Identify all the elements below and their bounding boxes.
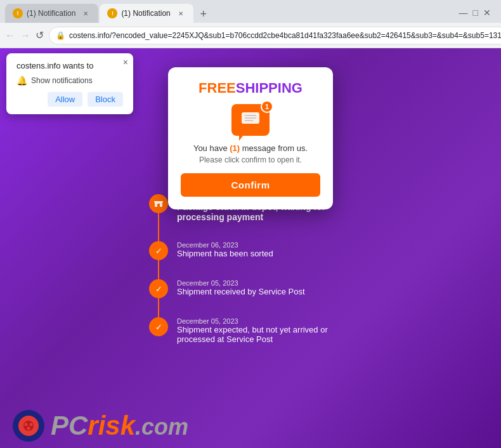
timeline-dot-2: ✓ xyxy=(149,241,168,260)
svg-point-8 xyxy=(25,423,28,426)
message-badge: 1 xyxy=(261,100,273,113)
webpage: × costens.info wants to 🔔 Show notificat… xyxy=(0,48,501,448)
tab-2[interactable]: ! (1) Notification ✕ xyxy=(100,4,193,23)
new-tab-button[interactable]: + xyxy=(195,5,212,23)
timeline-section: December 06, 2023 Package stuck in depot… xyxy=(149,194,352,363)
pc-icon xyxy=(13,410,44,442)
message-count: (1) xyxy=(230,143,240,153)
timeline-content-4: December 05, 2023 Shipment expected, but… xyxy=(177,317,352,344)
timeline-dot-1 xyxy=(149,194,168,213)
refresh-button[interactable]: ↺ xyxy=(36,27,44,44)
tab-1-label: (1) Notification xyxy=(27,9,75,18)
forward-button[interactable]: → xyxy=(20,27,30,44)
pc-icon-svg xyxy=(22,419,35,432)
bell-icon: 🔔 xyxy=(16,76,27,86)
shipping-text: SHIPPING xyxy=(236,80,303,96)
timeline-item-2: ✓ December 06, 2023 Shipment has been so… xyxy=(149,241,352,260)
free-text: FREE xyxy=(198,80,236,96)
modal-popup: FREESHIPPING 1 You have (1) message from… xyxy=(168,67,333,209)
notification-popup-title: costens.info wants to xyxy=(16,61,123,70)
timeline-dot-4: ✓ xyxy=(149,317,168,336)
chat-icon-svg xyxy=(242,112,259,128)
svg-point-9 xyxy=(30,423,33,426)
show-notifications-label: Show notifications xyxy=(31,76,93,85)
tab-1[interactable]: ! (1) Notification ✕ xyxy=(5,4,98,23)
svg-point-10 xyxy=(27,427,30,430)
url-text: costens.info/?encoded_value=2245XJQ&sub1… xyxy=(69,31,501,40)
pcrisk-text: PCrisk.com xyxy=(51,411,188,441)
tab-2-favicon: ! xyxy=(107,8,117,18)
pc-logo-text: PC xyxy=(51,411,88,441)
close-button[interactable]: ✕ xyxy=(483,8,491,18)
tab-1-close[interactable]: ✕ xyxy=(81,8,91,18)
lock-icon: 🔒 xyxy=(56,31,65,40)
maximize-button[interactable]: □ xyxy=(473,8,478,18)
dotcom-logo-text: .com xyxy=(135,414,188,440)
message-subtext: Please click confirm to open it. xyxy=(181,155,320,164)
pc-icon-inner xyxy=(18,416,39,436)
tab-bar: ! (1) Notification ✕ ! (1) Notification … xyxy=(0,0,501,23)
timeline-dot-3: ✓ xyxy=(149,279,168,298)
svg-rect-6 xyxy=(157,204,160,207)
risk-logo-text: risk xyxy=(88,411,135,441)
notification-close-button[interactable]: × xyxy=(123,57,128,67)
url-bar[interactable]: 🔒 costens.info/?encoded_value=2245XJQ&su… xyxy=(49,27,501,44)
block-button[interactable]: Block xyxy=(88,92,123,107)
timeline-event-3: Shipment received by Service Post xyxy=(177,287,305,296)
notification-row: 🔔 Show notifications xyxy=(16,76,123,86)
back-button[interactable]: ← xyxy=(5,27,15,44)
timeline-event-2: Shipment has been sorted xyxy=(177,249,273,258)
timeline-date-2: December 06, 2023 xyxy=(177,241,273,249)
svg-rect-5 xyxy=(154,201,163,202)
depot-icon xyxy=(153,199,164,209)
notification-popup: × costens.info wants to 🔔 Show notificat… xyxy=(6,53,133,114)
tab-2-close[interactable]: ✕ xyxy=(176,8,186,18)
timeline-date-4: December 05, 2023 xyxy=(177,317,352,325)
allow-button[interactable]: Allow xyxy=(48,92,82,107)
address-bar: ← → ↺ 🔒 costens.info/?encoded_value=2245… xyxy=(0,23,501,48)
browser-frame: ! (1) Notification ✕ ! (1) Notification … xyxy=(0,0,501,448)
timeline-item-3: ✓ December 05, 2023 Shipment received by… xyxy=(149,279,352,298)
timeline-event-4: Shipment expected, but not yet arrived o… xyxy=(177,325,352,344)
timeline-content-2: December 06, 2023 Shipment has been sort… xyxy=(177,241,273,260)
message-text: You have (1) message from us. xyxy=(181,143,320,153)
pcrisk-logo: PCrisk.com xyxy=(0,404,501,448)
minimize-button[interactable]: — xyxy=(459,8,468,18)
timeline-content-3: December 05, 2023 Shipment received by S… xyxy=(177,279,305,298)
timeline-date-3: December 05, 2023 xyxy=(177,279,305,287)
tab-1-favicon: ! xyxy=(13,8,23,18)
confirm-button[interactable]: Confirm xyxy=(181,173,320,197)
window-controls: — □ ✕ xyxy=(454,8,496,20)
notification-actions: Allow Block xyxy=(16,92,123,107)
tab-bar-actions: — □ ✕ xyxy=(454,8,496,23)
free-shipping-title: FREESHIPPING xyxy=(181,80,320,96)
tab-2-label: (1) Notification xyxy=(121,9,170,18)
message-icon-wrapper: 1 xyxy=(231,104,270,136)
timeline-item-4: ✓ December 05, 2023 Shipment expected, b… xyxy=(149,317,352,344)
